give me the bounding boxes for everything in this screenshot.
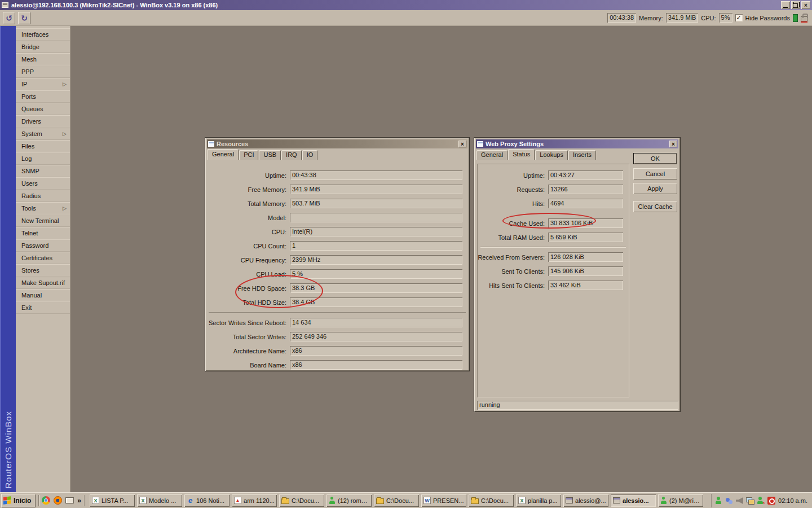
sidebar-item-password[interactable]: Password [16,239,70,252]
memory-value: 341.9 MiB [666,13,699,23]
tab-irq[interactable]: IRQ [281,150,302,160]
taskbar-item[interactable]: LISTA P... [90,494,135,507]
app-window-icon [2,2,8,8]
minimize-button[interactable] [781,1,790,9]
sidebar-item-ports[interactable]: Ports [16,90,70,103]
sidebar-item-telnet[interactable]: Telnet [16,227,70,239]
uptime-clock: 00:43:38 [607,13,636,23]
show-desktop-icon[interactable] [65,497,74,503]
chrome-icon[interactable] [42,496,50,505]
sidebar-item-queues[interactable]: Queues [16,103,70,115]
taskbar-item[interactable]: planilla p... [516,494,561,507]
sidebar-item-new-terminal[interactable]: New Terminal [16,214,70,227]
field-label: Total Sector Writes: [205,334,290,340]
word-icon [423,497,431,504]
tab-status[interactable]: Status [508,149,535,160]
sidebar-item-bridge[interactable]: Bridge [16,41,70,53]
cancel-button[interactable]: Cancel [633,168,677,179]
sidebar-item-label: Stores [21,264,39,277]
sidebar-item-system[interactable]: System▷ [16,128,70,140]
field-value: 13266 [548,185,623,194]
field-row-total-hdd-size: Total HDD Size:38.4 GB [205,295,469,309]
field-label: Hits Sent To Clients: [477,282,548,289]
field-row-architecture-name: Architecture Name:x86 [205,344,469,358]
tab-pci[interactable]: PCI [239,150,258,160]
messenger-busy-icon[interactable] [757,497,765,505]
start-button[interactable]: Inicio [1,494,36,507]
sidebar-item-radius[interactable]: Radius [16,190,70,202]
taskbar-item[interactable]: arm 1120... [232,494,277,507]
proxy-titlebar[interactable]: Web Proxy Settings × [476,139,678,148]
field-label: CPU Load: [205,271,290,278]
quick-launch-overflow-chevron[interactable]: » [77,497,81,505]
close-icon[interactable]: × [458,141,466,147]
tab-general[interactable]: General [476,150,508,160]
sidebar-item-interfaces[interactable]: Interfaces [16,28,70,41]
sidebar-item-tools[interactable]: Tools▷ [16,202,70,214]
lan-connection-icon[interactable] [746,497,754,505]
firefox-icon[interactable] [54,496,62,505]
tab-general[interactable]: General [208,149,239,160]
taskbar-item[interactable]: alessio@... [563,494,608,507]
taskbar-item-label: alessio@... [575,497,606,504]
sidebar-item-snmp[interactable]: SNMP [16,165,70,177]
hide-passwords-checkbox[interactable]: ✓ [735,14,743,21]
sidebar-item-stores[interactable]: Stores [16,264,70,277]
field-label: CPU: [205,229,290,235]
resources-title: Resources [217,141,458,147]
tab-lookups[interactable]: Lookups [535,150,568,160]
sidebar-item-users[interactable]: Users [16,177,70,190]
window-icon [477,141,483,147]
taskbar-item[interactable]: Modelo ... [137,494,182,507]
field-value: 503.7 MiB [290,199,462,208]
apply-button[interactable]: Apply [633,183,677,194]
volume-icon[interactable] [736,497,743,504]
sidebar-item-drivers[interactable]: Drivers [16,115,70,128]
messenger-online-icon[interactable] [714,497,722,505]
start-label: Inicio [14,497,31,505]
field-row-model: Model: [205,211,469,225]
close-button[interactable]: × [801,1,810,9]
taskbar-item[interactable]: C:\Docu... [279,494,324,507]
taskbar-item-active[interactable]: alessio... [611,494,656,507]
resources-titlebar[interactable]: Resources × [207,139,467,148]
taskbar-item[interactable]: C:\Docu... [469,494,514,507]
tab-usb[interactable]: USB [259,150,281,160]
taskbar-item-label: (12) rome... [338,497,369,504]
sidebar-item-exit[interactable]: Exit [16,301,70,314]
tab-io[interactable]: IO [302,150,318,160]
field-label: Architecture Name: [205,348,290,354]
antivirus-icon[interactable] [767,497,775,505]
sidebar-item-make-supout[interactable]: Make Supout.rif [16,277,70,289]
close-icon[interactable]: × [669,141,677,147]
sidebar-item-log[interactable]: Log [16,152,70,165]
field-value: x86 [290,346,462,356]
tab-inserts[interactable]: Inserts [568,150,596,160]
clear-cache-button[interactable]: Clear Cache [633,201,677,212]
window-icon [208,141,214,147]
sidebar-item-mesh[interactable]: Mesh [16,53,70,65]
connection-status-icon [793,14,798,22]
field-row-hits-sent-to-clients: Hits Sent To Clients:33 462 KiB [477,278,629,292]
taskbar-item[interactable]: (12) rome... [326,494,372,507]
sidebar-item-files[interactable]: Files [16,140,70,152]
redo-button[interactable]: ↻ [18,12,30,24]
taskbar-item[interactable]: C:\Docu... [374,494,419,507]
proxy-title: Web Proxy Settings [486,141,669,147]
sidebar-item-label: New Terminal [21,214,59,227]
sidebar-item-ppp[interactable]: PPP [16,65,70,78]
taskbar-item[interactable]: (2) M@ris... [658,494,703,507]
network-places-icon[interactable] [725,497,733,505]
undo-button[interactable]: ↺ [3,12,15,24]
restore-button[interactable] [791,1,800,9]
taskbar-item[interactable]: 106 Noti... [184,494,230,507]
taskbar-item[interactable]: PRESEN... [421,494,466,507]
field-value: Intel(R) [290,227,462,237]
sidebar-item-ip[interactable]: IP▷ [16,78,70,90]
sidebar-item-label: IP [21,78,27,90]
winbox-icon [566,497,573,503]
sidebar-item-manual[interactable]: Manual [16,289,70,301]
app-titlebar[interactable]: alessio@192.168.100.3 (MikroTik2-SICnet)… [0,0,812,10]
ok-button[interactable]: OK [633,153,677,164]
sidebar-item-certificates[interactable]: Certificates [16,252,70,264]
